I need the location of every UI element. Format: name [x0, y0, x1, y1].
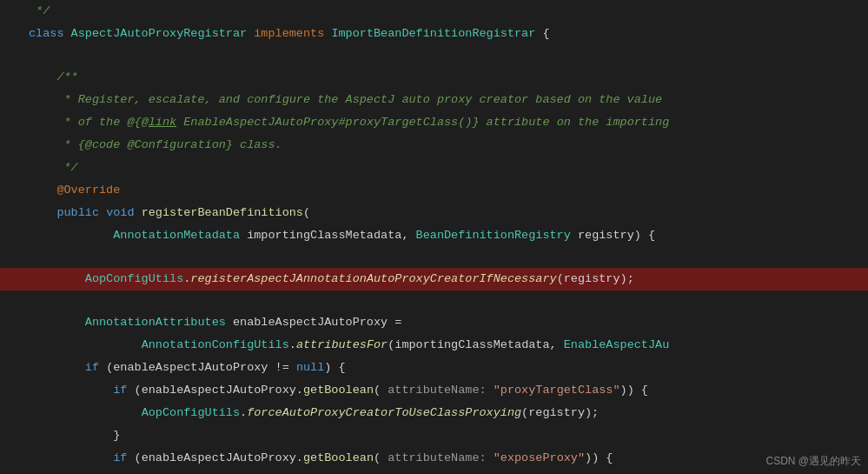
code-content-4: /** [29, 67, 868, 88]
code-line-5: * Register, escalate, and configure the … [0, 89, 868, 111]
code-line-3 [0, 45, 868, 66]
code-line-14 [0, 290, 868, 311]
code-content-13: AopConfigUtils.registerAspectJAnnotation… [29, 269, 868, 290]
code-line-13: AopConfigUtils.registerAspectJAnnotation… [0, 268, 868, 290]
code-content-7: * {@code @Configuration} class. [29, 135, 868, 156]
code-line-11: AnnotationMetadata importingClassMetadat… [0, 224, 868, 247]
code-content-17: if (enableAspectJAutoProxy != null) { [29, 357, 868, 378]
code-line-8: */ [0, 157, 868, 179]
code-line-7: * {@code @Configuration} class. [0, 134, 868, 157]
code-line-12 [0, 247, 868, 268]
code-editor: */ class AspectJAutoProxyRegistrar imple… [0, 0, 868, 474]
code-content-21: if (enableAspectJAutoProxy.getBoolean( a… [29, 448, 868, 469]
code-line-20: } [0, 424, 868, 447]
code-line-18: if (enableAspectJAutoProxy.getBoolean( a… [0, 379, 868, 402]
code-line-16: AnnotationConfigUtils.attributesFor(impo… [0, 334, 868, 357]
code-line-21: if (enableAspectJAutoProxy.getBoolean( a… [0, 447, 868, 470]
code-content-20: } [29, 425, 868, 446]
code-line-10: public void registerBeanDefinitions( [0, 202, 868, 224]
code-content-11: AnnotationMetadata importingClassMetadat… [29, 225, 868, 246]
code-line-17: if (enableAspectJAutoProxy != null) { [0, 357, 868, 379]
code-content-18: if (enableAspectJAutoProxy.getBoolean( a… [29, 380, 868, 401]
code-line-1: */ [0, 0, 868, 23]
code-content-9: @Override [29, 180, 868, 201]
code-content-15: AnnotationAttributes enableAspectJAutoPr… [29, 312, 868, 333]
code-content-1: */ [29, 1, 868, 22]
code-content-5: * Register, escalate, and configure the … [29, 90, 868, 110]
code-content-2: class AspectJAutoProxyRegistrar implemen… [29, 23, 868, 44]
code-line-9: @Override [0, 179, 868, 202]
watermark: CSDN @遇见的昨天 [765, 454, 861, 469]
code-line-19: AopConfigUtils.forceAutoProxyCreatorToUs… [0, 402, 868, 424]
code-content-10: public void registerBeanDefinitions( [29, 203, 868, 224]
code-line-4: /** [0, 66, 868, 89]
code-content-16: AnnotationConfigUtils.attributesFor(impo… [29, 335, 868, 356]
code-line-6: * of the @{@link EnableAspectJAutoProxy#… [0, 111, 868, 134]
code-line-2: class AspectJAutoProxyRegistrar implemen… [0, 23, 868, 45]
code-content-6: * of the @{@link EnableAspectJAutoProxy#… [29, 112, 868, 133]
code-content-19: AopConfigUtils.forceAutoProxyCreatorToUs… [29, 403, 868, 424]
code-content-8: */ [29, 157, 868, 178]
code-line-15: AnnotationAttributes enableAspectJAutoPr… [0, 311, 868, 334]
